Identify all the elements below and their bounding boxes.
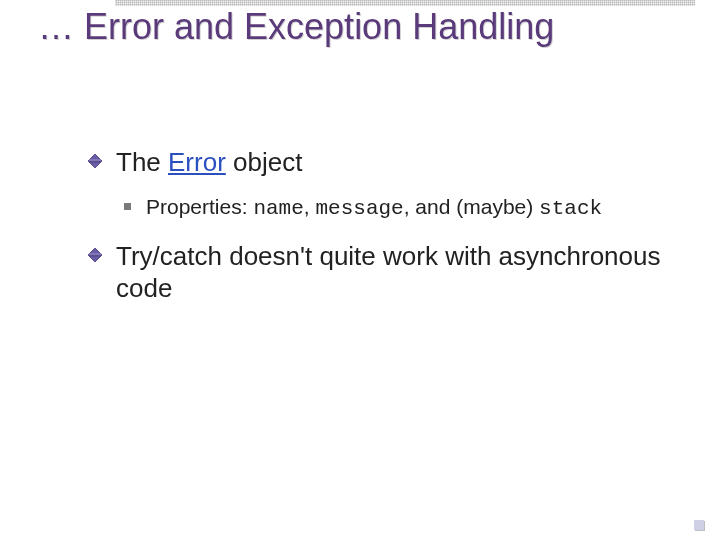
bullet-trycatch: Try/catch doesn't quite work with asynch… [88, 240, 678, 305]
bullet-text-pre: The [116, 147, 168, 177]
mid: , and (maybe) [404, 195, 539, 218]
square-bullet-icon [124, 203, 131, 210]
sep1: , [304, 195, 316, 218]
bullet-text-post: object [226, 147, 303, 177]
code-message: message [315, 197, 403, 220]
error-link[interactable]: Error [168, 147, 226, 177]
diamond-bullet-icon [88, 154, 102, 168]
bullet-text: Try/catch doesn't quite work with asynch… [116, 241, 660, 304]
sub-bullet-properties: Properties: name, message, and (maybe) s… [88, 193, 678, 222]
sub-bullet-text-pre: Properties: [146, 195, 253, 218]
slide: … Error and Exception Handling The Error… [0, 0, 720, 540]
slide-body: The Error object Properties: name, messa… [88, 140, 678, 319]
svg-marker-0 [88, 154, 102, 168]
code-name: name [253, 197, 303, 220]
footer-accent-icon [694, 520, 704, 530]
svg-marker-3 [88, 248, 102, 262]
bullet-error-object: The Error object [88, 146, 678, 179]
slide-title: … Error and Exception Handling [38, 6, 658, 47]
diamond-bullet-icon [88, 248, 102, 262]
code-stack: stack [539, 197, 602, 220]
